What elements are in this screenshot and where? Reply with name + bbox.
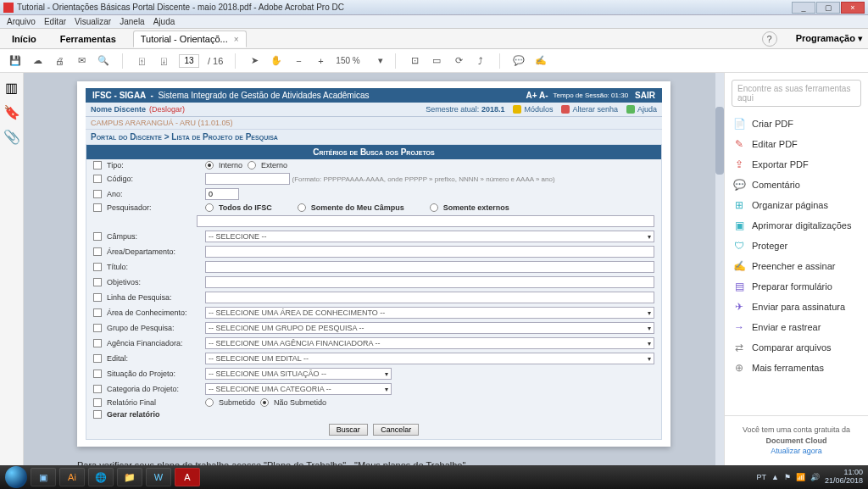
alterar-senha-link[interactable]: Alterar senha	[561, 105, 618, 114]
tool-item[interactable]: ✈Enviar para assinatura	[725, 297, 868, 317]
tray-clock[interactable]: 11:00 21/06/2018	[825, 469, 863, 486]
situacao-select[interactable]: -- SELECIONE UMA SITUAÇÃO --	[205, 368, 392, 380]
agencia-select[interactable]: -- SELECIONE UMA AGÊNCIA FINANCIADORA --	[205, 337, 654, 349]
rotate-icon[interactable]: ⟳	[452, 54, 465, 68]
menu-ajuda[interactable]: Ajuda	[153, 17, 175, 26]
tool-item[interactable]: ⊕Mais ferramentas	[725, 358, 868, 378]
fit-page-icon[interactable]: ▭	[430, 54, 443, 68]
ajuda-link[interactable]: Ajuda	[626, 105, 657, 114]
pesquisador-input[interactable]	[197, 215, 654, 227]
buscar-button[interactable]: Buscar	[329, 424, 368, 436]
tab-ferramentas[interactable]: Ferramentas	[53, 31, 123, 47]
cloud-icon[interactable]: ☁	[31, 54, 44, 68]
tool-item[interactable]: ✍Preencher e assinar	[725, 256, 868, 276]
taskbar-item[interactable]: W	[146, 468, 171, 486]
objetivos-input[interactable]	[205, 276, 654, 288]
tool-item[interactable]: ⇄Comparar arquivos	[725, 337, 868, 358]
cancelar-button[interactable]: Cancelar	[373, 424, 419, 436]
menu-janela[interactable]: Janela	[120, 17, 144, 26]
programacao-menu[interactable]: Programação ▾	[796, 33, 863, 44]
checkbox[interactable]	[93, 203, 102, 212]
menu-editar[interactable]: Editar	[44, 17, 66, 26]
taskbar-item[interactable]: 🌐	[88, 468, 114, 486]
zoom-out-icon[interactable]: −	[292, 54, 305, 68]
tool-item[interactable]: ⊞Organizar páginas	[725, 195, 868, 215]
start-button[interactable]	[5, 466, 27, 488]
bookmark-icon[interactable]: 🔖	[3, 104, 20, 120]
area-dep-input[interactable]	[205, 246, 654, 258]
hand-icon[interactable]: ✋	[270, 54, 283, 68]
update-link[interactable]: Atualizar agora	[771, 447, 822, 455]
deslogar-link[interactable]: (Deslogar)	[149, 105, 185, 114]
tool-item[interactable]: 🛡Proteger	[725, 236, 868, 256]
sign-icon[interactable]: ✍	[534, 54, 548, 68]
thumbnails-icon[interactable]: ▥	[5, 80, 18, 96]
scrollbar[interactable]	[715, 73, 724, 465]
modulos-link[interactable]: Módulos	[513, 105, 553, 114]
titulo-input[interactable]	[205, 261, 654, 273]
menu-arquivo[interactable]: Arquivo	[7, 17, 36, 26]
tab-close-icon[interactable]: ×	[234, 35, 239, 44]
tray-volume-icon[interactable]: 🔊	[810, 473, 820, 481]
tool-icon: ⊕	[733, 362, 745, 374]
zoom-in-icon[interactable]: +	[314, 54, 327, 68]
taskbar-item[interactable]: 📁	[117, 468, 142, 486]
radio-interno[interactable]	[205, 161, 214, 169]
font-size-controls[interactable]: A+ A-	[526, 91, 548, 100]
mail-icon[interactable]: ✉	[75, 54, 88, 68]
tool-item[interactable]: ✎Editar PDF	[725, 134, 868, 154]
tray-flag-icon[interactable]: ⚑	[784, 473, 791, 481]
checkbox[interactable]	[93, 175, 102, 183]
page-number-input[interactable]	[179, 54, 199, 68]
save-icon[interactable]: 💾	[8, 54, 22, 68]
tool-item[interactable]: ▣Aprimorar digitalizações	[725, 215, 868, 236]
area-conhec-select[interactable]: -- SELECIONE UMA ÁREA DE CONHECIMENTO --	[205, 307, 654, 319]
print-icon[interactable]: 🖨	[53, 54, 66, 68]
tool-icon: ✍	[733, 260, 745, 272]
checkbox[interactable]	[93, 161, 102, 169]
taskbar-item[interactable]: Ai	[59, 468, 85, 486]
tool-icon: ⊞	[733, 199, 745, 211]
tab-document[interactable]: Tutorial - Orientaçõ... ×	[133, 31, 247, 47]
zoom-level[interactable]: 150 %	[336, 56, 370, 65]
linha-input[interactable]	[205, 292, 654, 303]
taskbar-item[interactable]: A	[175, 468, 200, 486]
share-icon[interactable]: ⤴	[474, 54, 487, 68]
comment-icon[interactable]: 💬	[512, 54, 526, 68]
menu-visualizar[interactable]: Visualizar	[75, 17, 111, 26]
ano-input[interactable]	[205, 188, 239, 200]
close-button[interactable]: ×	[841, 2, 865, 14]
taskbar-item[interactable]: ▣	[31, 468, 56, 486]
tab-inicio[interactable]: Início	[5, 31, 43, 47]
page-up-icon[interactable]: ⍐	[135, 54, 148, 68]
maximize-button[interactable]: ▢	[816, 2, 840, 14]
attach-icon[interactable]: 📎	[3, 129, 20, 145]
tool-item[interactable]: ▤Preparar formulário	[725, 276, 868, 297]
pointer-icon[interactable]: ➤	[248, 54, 261, 68]
fit-width-icon[interactable]: ⊡	[408, 54, 421, 68]
search-icon[interactable]: 🔍	[97, 54, 110, 68]
minimize-button[interactable]: _	[792, 2, 815, 14]
page-down-icon[interactable]: ⍗	[157, 54, 170, 68]
tray-lang[interactable]: PT	[757, 473, 767, 481]
tray-network-icon[interactable]: 📶	[796, 473, 805, 481]
tool-item[interactable]: →Enviar e rastrear	[725, 317, 868, 337]
campus-select[interactable]: -- SELECIONE --	[205, 231, 654, 242]
breadcrumb: Portal do Discente > Lista de Projeto de…	[86, 129, 662, 144]
help-icon[interactable]: ?	[762, 31, 777, 47]
sair-link[interactable]: SAIR	[635, 91, 655, 100]
tray-icon[interactable]: ▲	[771, 473, 779, 481]
pdf-page: IFSC - SIGAA - Sistema Integrado de Gest…	[77, 81, 670, 447]
tool-icon: ▣	[733, 219, 745, 231]
document-viewer[interactable]: IFSC - SIGAA - Sistema Integrado de Gest…	[24, 73, 724, 465]
checkbox[interactable]	[93, 190, 102, 198]
tools-search[interactable]: Encontre as suas ferramentas aqui	[732, 80, 861, 107]
tool-item[interactable]: ⇪Exportar PDF	[725, 154, 868, 175]
grupo-select[interactable]: -- SELECIONE UM GRUPO DE PESQUISA --	[205, 322, 654, 334]
codigo-input[interactable]	[205, 173, 290, 185]
radio-externo[interactable]	[248, 161, 256, 169]
categoria-select[interactable]: -- SELECIONE UMA CATEGORIA --	[205, 383, 392, 395]
tool-item[interactable]: 💬Comentário	[725, 175, 868, 195]
tool-item[interactable]: 📄Criar PDF	[725, 114, 868, 134]
edital-select[interactable]: -- SELECIONE UM EDITAL --	[205, 353, 654, 364]
